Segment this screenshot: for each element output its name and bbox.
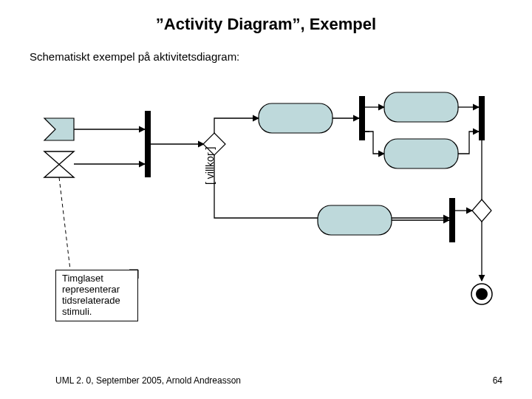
note-box: Timglaset representerar tidsrelaterade s…: [55, 270, 138, 321]
note-line: representerar: [62, 284, 133, 296]
note-line: Timglaset: [62, 273, 133, 284]
activity-node-2: [384, 92, 458, 122]
footer-text: UML 2. 0, September 2005, Arnold Andreas…: [55, 375, 241, 386]
fork-bar-2: [359, 96, 365, 140]
merge-node: [472, 200, 491, 222]
guard-label: [ villkor ]: [204, 147, 216, 185]
activity-diagram: [0, 0, 532, 399]
activity-final-inner: [476, 288, 488, 300]
activity-node-4: [318, 205, 392, 235]
activity-node-3: [384, 139, 458, 168]
note-line: stimuli.: [62, 307, 133, 318]
page-number: 64: [493, 375, 502, 386]
join-bar-4: [449, 198, 455, 242]
fork-bar-1: [145, 111, 151, 177]
accept-event-node: [44, 118, 74, 140]
hourglass-icon: [44, 151, 74, 177]
activity-node-1: [259, 103, 332, 133]
join-bar-3: [479, 96, 485, 140]
note-anchor-line: [59, 177, 70, 270]
note-line: tidsrelaterade: [62, 296, 133, 307]
slide: ”Activity Diagram”, Exempel Schematiskt …: [0, 0, 532, 399]
